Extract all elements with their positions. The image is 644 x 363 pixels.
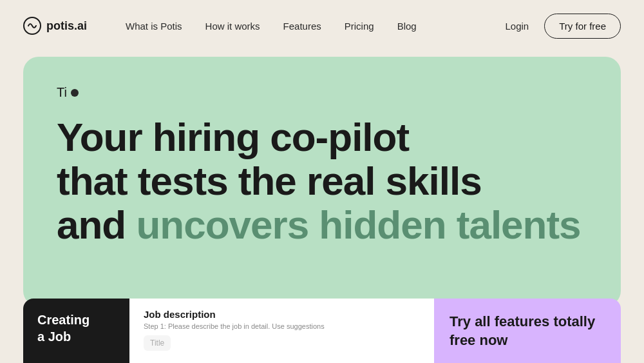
nav-links: What is Potis How it works Features Pric… bbox=[126, 21, 505, 32]
hero-tag-dot bbox=[71, 89, 79, 97]
hero-line2: that tests the real skills bbox=[57, 159, 482, 203]
card-creating-job: Creating a Job bbox=[23, 299, 129, 363]
login-button[interactable]: Login bbox=[506, 21, 529, 32]
nav-item-how-it-works[interactable]: How it works bbox=[205, 21, 260, 32]
nav-actions: Login Try for free bbox=[506, 14, 621, 39]
card-dark-line1: Creating a Job bbox=[37, 311, 115, 345]
card-job-description: Job description Step 1: Please describe … bbox=[129, 299, 434, 363]
navigation: potis.ai What is Potis How it works Feat… bbox=[0, 0, 644, 52]
logo-icon bbox=[23, 17, 41, 35]
logo-text: potis.ai bbox=[46, 19, 87, 33]
hero-tag: Ti bbox=[57, 85, 587, 100]
nav-item-what-is-potis[interactable]: What is Potis bbox=[126, 21, 182, 32]
card-white-subtitle: Step 1: Please describe the job in detai… bbox=[144, 322, 420, 330]
hero-line3-normal: and bbox=[57, 202, 136, 247]
card-purple-title: Try all features totally free now bbox=[450, 313, 605, 349]
hero-tag-text: Ti bbox=[57, 85, 67, 100]
hero-headline: Your hiring co-pilot that tests the real… bbox=[57, 115, 587, 248]
hero-line3-highlight: uncovers hidden talents bbox=[136, 202, 580, 247]
bottom-section: Creating a Job Job description Step 1: P… bbox=[23, 299, 621, 363]
card-white-field: Title bbox=[144, 335, 171, 351]
try-for-free-button[interactable]: Try for free bbox=[544, 14, 621, 39]
card-white-title: Job description bbox=[144, 309, 420, 320]
nav-item-blog[interactable]: Blog bbox=[397, 21, 417, 32]
hero-card: Ti Your hiring co-pilot that tests the r… bbox=[23, 57, 621, 306]
nav-item-features[interactable]: Features bbox=[283, 21, 321, 32]
nav-item-pricing[interactable]: Pricing bbox=[345, 21, 374, 32]
card-try-free[interactable]: Try all features totally free now bbox=[434, 299, 621, 363]
logo[interactable]: potis.ai bbox=[23, 17, 87, 35]
hero-line1: Your hiring co-pilot bbox=[57, 115, 409, 159]
